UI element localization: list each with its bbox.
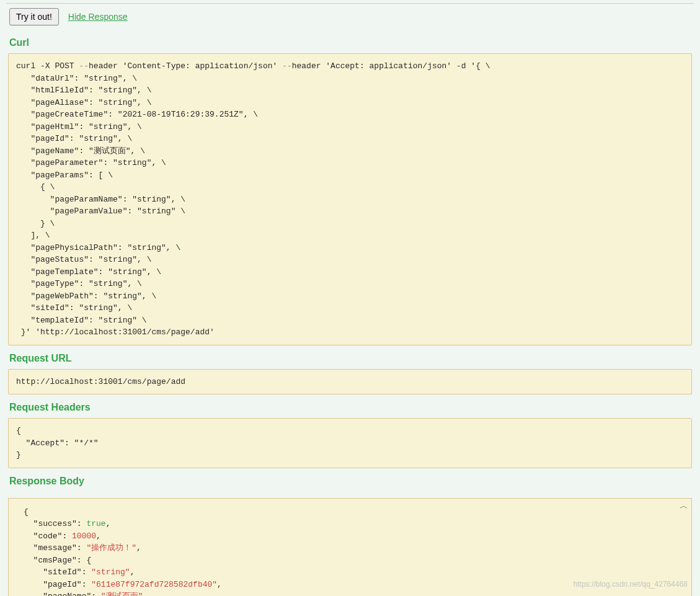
response-body-section-title: Response Body xyxy=(9,476,691,487)
hide-response-link[interactable]: Hide Response xyxy=(68,12,128,22)
request-url-block[interactable]: http://localhost:31001/cms/page/add xyxy=(8,369,692,395)
curl-code-block[interactable]: curl -X POST --header 'Content-Type: app… xyxy=(8,53,692,345)
response-body-scroll[interactable]: ︿ { "success": true, "code": 10000, "mes… xyxy=(8,498,692,597)
request-url-section-title: Request URL xyxy=(9,353,691,364)
action-bar: Try it out! Hide Response xyxy=(6,3,694,30)
response-body-block[interactable]: { "success": true, "code": 10000, "messa… xyxy=(9,499,691,597)
request-headers-section-title: Request Headers xyxy=(9,402,691,413)
curl-section-title: Curl xyxy=(9,37,691,48)
request-headers-block[interactable]: { "Accept": "*/*" } xyxy=(8,418,692,468)
try-it-out-button[interactable]: Try it out! xyxy=(9,8,59,25)
scroll-up-icon[interactable]: ︿ xyxy=(678,500,689,512)
